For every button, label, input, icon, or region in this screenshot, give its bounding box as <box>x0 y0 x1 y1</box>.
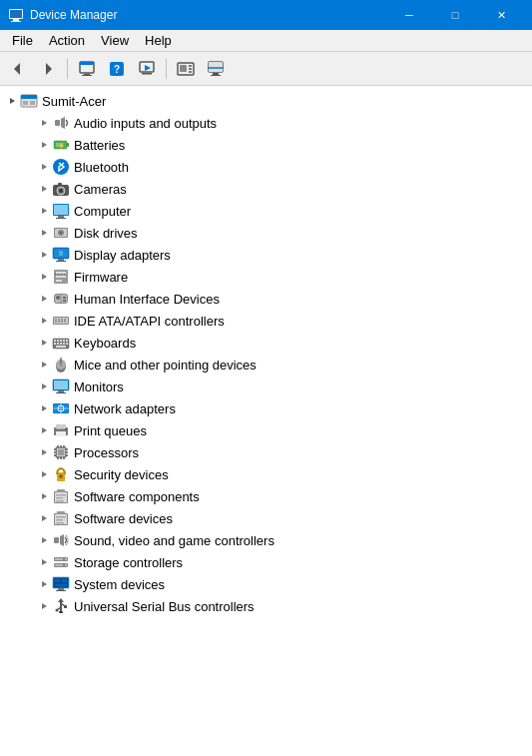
svg-rect-9 <box>82 75 92 76</box>
tree-item-keyboards[interactable]: Keyboards <box>0 332 532 354</box>
help-button[interactable]: ? <box>103 56 131 82</box>
tree-item-ide[interactable]: IDE ATA/ATAPI controllers <box>0 310 532 332</box>
tree-item-batteries[interactable]: ⚡ Batteries <box>0 134 532 156</box>
processors-expand-icon <box>36 444 52 460</box>
storage-label: Storage controllers <box>74 555 183 570</box>
svg-marker-44 <box>42 208 47 214</box>
usb-icon <box>52 597 70 615</box>
svg-rect-105 <box>58 390 64 392</box>
root-expand-icon <box>4 93 20 109</box>
computer-expand-icon <box>36 203 52 219</box>
tree-item-monitors[interactable]: Monitors <box>0 376 532 397</box>
storage-expand-icon <box>36 554 52 570</box>
svg-point-118 <box>65 428 67 430</box>
svg-rect-7 <box>80 62 94 65</box>
svg-marker-145 <box>42 515 47 521</box>
maximize-button[interactable]: □ <box>432 0 478 30</box>
svg-rect-151 <box>56 522 64 524</box>
tree-item-cameras[interactable]: Cameras <box>0 178 532 200</box>
tree-item-display[interactable]: Display adapters <box>0 244 532 266</box>
softwaredevices-icon <box>52 509 70 527</box>
firmware-icon <box>52 268 70 286</box>
menu-view[interactable]: View <box>93 31 137 50</box>
tree-item-softwarecomponents[interactable]: Software components <box>0 485 532 507</box>
window-controls: ─ □ ✕ <box>386 0 524 30</box>
tree-root-node[interactable]: Sumit-Acer <box>0 90 532 112</box>
svg-rect-106 <box>56 392 66 393</box>
update-button[interactable] <box>172 56 200 82</box>
svg-rect-24 <box>211 75 221 76</box>
svg-rect-21 <box>209 62 223 72</box>
svg-marker-37 <box>42 164 47 170</box>
tree-item-storage[interactable]: Storage controllers <box>0 551 532 573</box>
svg-rect-159 <box>55 558 63 560</box>
tree-item-bluetooth[interactable]: Bluetooth <box>0 156 532 178</box>
svg-marker-161 <box>42 581 47 587</box>
svg-rect-153 <box>54 537 59 543</box>
svg-rect-167 <box>58 588 64 590</box>
softwarecomponents-icon <box>52 487 70 505</box>
hid-expand-icon <box>36 291 52 307</box>
tree-item-firmware[interactable]: Firmware <box>0 266 532 288</box>
tree-item-hid[interactable]: Human Interface Devices <box>0 288 532 310</box>
svg-rect-94 <box>66 343 68 345</box>
close-button[interactable]: ✕ <box>478 0 524 30</box>
minimize-button[interactable]: ─ <box>386 0 432 30</box>
tree-item-system[interactable]: System devices <box>0 573 532 595</box>
svg-marker-171 <box>58 598 64 602</box>
svg-point-157 <box>65 558 67 560</box>
bluetooth-label: Bluetooth <box>74 160 129 175</box>
svg-rect-92 <box>60 343 62 345</box>
svg-rect-166 <box>55 584 67 586</box>
tree-item-network[interactable]: Network adapters <box>0 397 532 419</box>
tree-item-computer[interactable]: Computer <box>0 200 532 222</box>
cameras-icon <box>52 180 70 198</box>
ide-label: IDE ATA/ATAPI controllers <box>74 314 225 329</box>
svg-marker-138 <box>42 493 47 499</box>
root-icon <box>20 92 38 110</box>
computer-label: Computer <box>74 204 131 219</box>
svg-marker-154 <box>42 559 47 565</box>
svg-rect-74 <box>63 297 66 299</box>
menu-action[interactable]: Action <box>41 31 93 50</box>
tree-item-audio[interactable]: Audio inputs and outputs <box>0 112 532 134</box>
print-expand-icon <box>36 422 52 438</box>
svg-rect-143 <box>56 497 63 499</box>
svg-rect-81 <box>61 319 63 323</box>
svg-rect-68 <box>64 274 65 275</box>
svg-rect-23 <box>213 73 219 75</box>
svg-rect-48 <box>56 218 66 219</box>
tree-item-security[interactable]: Security devices <box>0 463 532 485</box>
disk-label: Disk drives <box>74 226 138 241</box>
svg-point-38 <box>53 159 69 175</box>
menu-help[interactable]: Help <box>137 31 180 50</box>
tree-item-disk[interactable]: Disk drives <box>0 222 532 244</box>
sound-expand-icon <box>36 532 52 548</box>
svg-marker-60 <box>42 274 47 280</box>
keyboards-expand-icon <box>36 335 52 351</box>
back-button[interactable] <box>4 56 32 82</box>
svg-marker-4 <box>14 63 20 75</box>
svg-rect-2 <box>11 21 21 22</box>
forward-button[interactable] <box>34 56 62 82</box>
svg-rect-80 <box>58 319 60 323</box>
tree-item-mice[interactable]: Mice and other pointing devices <box>0 354 532 376</box>
svg-rect-87 <box>60 340 62 342</box>
batteries-icon: ⚡ <box>52 136 70 154</box>
properties-button[interactable] <box>73 56 101 82</box>
audio-icon <box>52 114 70 132</box>
tree-item-usb[interactable]: Universal Serial Bus controllers <box>0 595 532 617</box>
scan-button[interactable] <box>202 56 230 82</box>
tree-item-processors[interactable]: Processors <box>0 441 532 463</box>
toolbar-separator-1 <box>67 59 68 79</box>
svg-rect-1 <box>13 19 19 21</box>
device-tree: Sumit-Acer Audio inputs and outputs <box>0 86 532 621</box>
tree-item-softwaredevices[interactable]: Software devices <box>0 507 532 529</box>
menu-file[interactable]: File <box>4 31 41 50</box>
firmware-expand-icon <box>36 269 52 285</box>
tree-item-sound[interactable]: Sound, video and game controllers <box>0 529 532 551</box>
run-button[interactable] <box>133 56 161 82</box>
tree-item-print[interactable]: Print queues <box>0 419 532 441</box>
svg-rect-91 <box>57 343 59 345</box>
svg-rect-144 <box>56 500 64 502</box>
